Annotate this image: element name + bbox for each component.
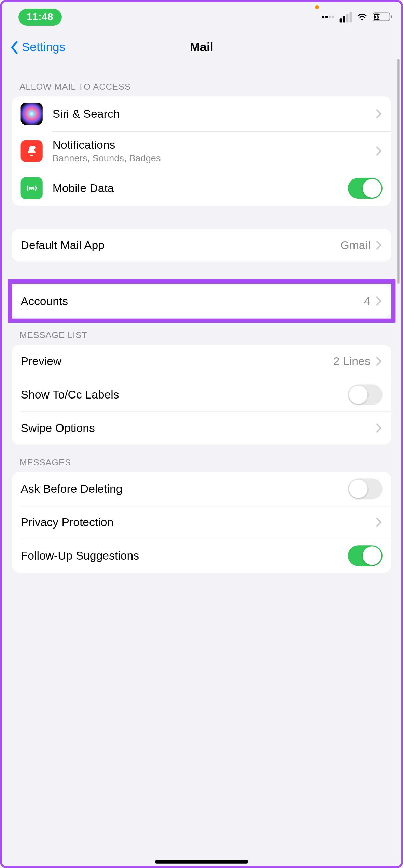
row-detail: 4 <box>364 294 371 308</box>
mobile-data-icon <box>21 177 43 199</box>
row-siri-search[interactable]: Siri & Search <box>12 96 391 131</box>
row-label: Ask Before Deleting <box>21 482 348 496</box>
status-time: 11:48 <box>18 8 61 25</box>
row-label: Mobile Data <box>53 181 348 196</box>
chevron-right-icon <box>376 241 383 250</box>
row-preview[interactable]: Preview 2 Lines <box>12 345 391 378</box>
row-label: Privacy Protection <box>21 515 376 530</box>
dual-sim-icon <box>322 16 334 18</box>
row-detail: Gmail <box>341 239 371 252</box>
row-label: Swipe Options <box>21 421 376 435</box>
row-label: Preview <box>21 354 333 368</box>
row-label: Show To/Cc Labels <box>21 388 348 402</box>
group-default-app: Default Mail App Gmail <box>12 229 391 262</box>
chevron-left-icon <box>10 40 19 55</box>
ask-before-deleting-toggle[interactable] <box>348 479 383 500</box>
section-header-messages: MESSAGES <box>12 445 391 472</box>
row-label: Follow-Up Suggestions <box>21 549 348 563</box>
group-accounts: Accounts 4 <box>12 285 391 318</box>
home-indicator[interactable] <box>155 860 248 864</box>
row-accounts[interactable]: Accounts 4 <box>12 285 391 318</box>
row-label: Siri & Search <box>53 106 376 121</box>
row-detail: 2 Lines <box>333 355 371 368</box>
row-follow-up-suggestions[interactable]: Follow-Up Suggestions <box>12 539 391 573</box>
siri-icon <box>21 103 43 125</box>
chevron-right-icon <box>376 296 383 306</box>
row-swipe-options[interactable]: Swipe Options <box>12 412 391 445</box>
mobile-data-toggle[interactable] <box>348 178 383 199</box>
follow-up-toggle[interactable] <box>348 546 383 566</box>
row-sublabel: Banners, Sounds, Badges <box>53 153 376 164</box>
status-bar: 11:48 38 <box>2 2 401 32</box>
svg-point-1 <box>31 188 32 189</box>
row-show-tocc[interactable]: Show To/Cc Labels <box>12 378 391 412</box>
row-ask-before-deleting[interactable]: Ask Before Deleting <box>12 472 391 506</box>
chevron-right-icon <box>376 357 383 366</box>
show-tocc-toggle[interactable] <box>348 385 383 405</box>
chevron-right-icon <box>376 146 383 156</box>
wifi-icon <box>356 11 368 23</box>
svg-point-0 <box>32 146 36 149</box>
chevron-right-icon <box>376 109 383 119</box>
battery-percentage: 38 <box>373 13 390 20</box>
navigation-bar: Settings Mail <box>2 32 401 63</box>
chevron-right-icon <box>376 423 383 433</box>
back-label: Settings <box>22 40 66 55</box>
row-label: Default Mail App <box>21 238 341 252</box>
section-header-access: ALLOW MAIL TO ACCESS <box>12 69 391 96</box>
group-messages: Ask Before Deleting Privacy Protection F… <box>12 472 391 573</box>
group-message-list: Preview 2 Lines Show To/Cc Labels Swipe … <box>12 345 391 445</box>
cellular-signal-icon <box>340 12 352 22</box>
back-button[interactable]: Settings <box>2 40 65 55</box>
battery-icon: 38 <box>373 12 390 21</box>
scroll-indicator[interactable] <box>397 59 399 284</box>
row-privacy-protection[interactable]: Privacy Protection <box>12 506 391 539</box>
notifications-icon <box>21 140 43 162</box>
row-notifications[interactable]: Notifications Banners, Sounds, Badges <box>12 131 391 171</box>
group-access: Siri & Search Notifications Banners, Sou… <box>12 96 391 206</box>
recording-indicator-icon <box>315 5 319 9</box>
row-label: Accounts <box>21 294 364 308</box>
section-header-message-list: MESSAGE LIST <box>12 318 391 345</box>
row-default-mail-app[interactable]: Default Mail App Gmail <box>12 229 391 262</box>
chevron-right-icon <box>376 518 383 527</box>
row-mobile-data[interactable]: Mobile Data <box>12 171 391 206</box>
row-label: Notifications <box>53 138 376 152</box>
